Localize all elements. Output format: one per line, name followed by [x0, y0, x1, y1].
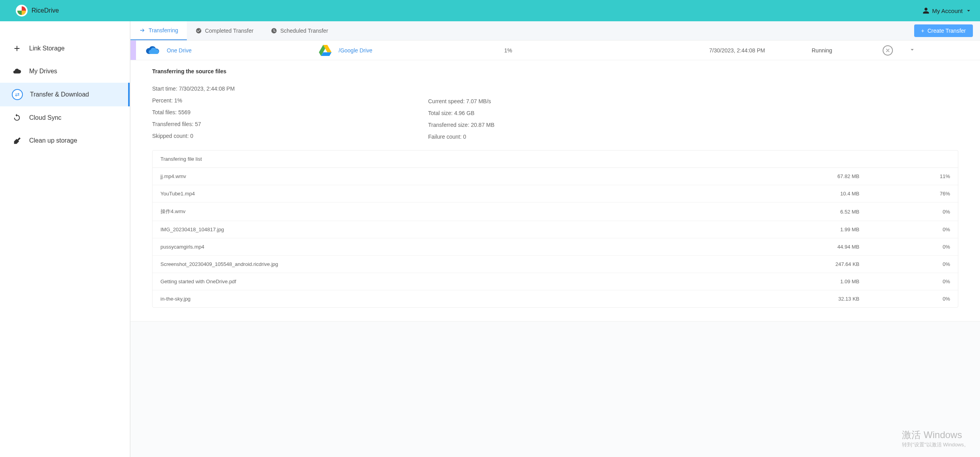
file-percent: 0%: [907, 209, 950, 215]
tab-label: Scheduled Transfer: [280, 28, 328, 34]
chevron-down-icon: [965, 7, 972, 14]
stat-failures: Failure count: 0: [428, 134, 704, 140]
sidebar-item-label: Link Storage: [29, 45, 65, 52]
file-size: 32.13 KB: [812, 296, 907, 302]
sidebar-item-label: Transfer & Download: [30, 91, 89, 98]
file-size: 67.82 MB: [812, 173, 907, 179]
stat-speed: Current speed: 7.07 MB/s: [428, 98, 704, 104]
app-logo[interactable]: RiceDrive: [16, 5, 59, 17]
file-size: 1.09 MB: [812, 279, 907, 284]
file-row[interactable]: Screenshot_20230409_105548_android.ricdr…: [153, 256, 958, 273]
plus-icon: [12, 43, 22, 54]
sidebar-item-label: My Drives: [29, 68, 57, 75]
accent-bar: [130, 41, 136, 60]
onedrive-icon: [145, 45, 160, 56]
googledrive-icon: [319, 45, 332, 56]
details-title: Transferring the source files: [152, 68, 958, 74]
file-row[interactable]: Getting started with OneDrive.pdf1.09 MB…: [153, 273, 958, 290]
source-drive[interactable]: One Drive: [145, 45, 319, 56]
tab-label: Transferring: [149, 27, 178, 33]
tab-label: Completed Transfer: [205, 28, 253, 34]
create-transfer-button[interactable]: + Create Transfer: [914, 24, 973, 37]
tab-transferring[interactable]: Transferring: [130, 21, 187, 40]
file-name: in-the-sky.jpg: [160, 296, 812, 302]
tab-scheduled[interactable]: Scheduled Transfer: [262, 21, 337, 40]
tab-completed[interactable]: Completed Transfer: [187, 21, 262, 40]
stop-icon: [885, 48, 890, 53]
check-circle-icon: [196, 28, 202, 34]
plus-icon: +: [921, 28, 924, 34]
file-list: Transfering file list jj.mp4.wmv67.82 MB…: [152, 150, 958, 308]
file-percent: 0%: [907, 244, 950, 250]
account-label: My Account: [932, 7, 963, 14]
file-percent: 0%: [907, 227, 950, 232]
file-name: pussycamgirls.mp4: [160, 244, 812, 250]
create-transfer-label: Create Transfer: [928, 28, 966, 34]
file-size: 6.52 MB: [812, 209, 907, 215]
file-row[interactable]: IMG_20230418_104817.jpg1.99 MB0%: [153, 221, 958, 238]
chevron-down-icon: [909, 46, 916, 53]
expand-toggle[interactable]: [909, 46, 916, 54]
file-list-header: Transfering file list: [153, 150, 958, 168]
broom-icon: [12, 136, 22, 146]
tabs-row: Transferring Completed Transfer Schedule…: [130, 21, 980, 41]
stat-start-time: Start time: 7/30/2023, 2:44:08 PM: [152, 85, 428, 92]
stats-left: Start time: 7/30/2023, 2:44:08 PM Percen…: [152, 85, 428, 140]
file-name: IMG_20230418_104817.jpg: [160, 227, 812, 232]
arrow-right-icon: [139, 27, 145, 33]
file-size: 247.64 KB: [812, 261, 907, 267]
main-panel: Transferring Completed Transfer Schedule…: [130, 21, 980, 457]
sidebar-item-clean-up[interactable]: Clean up storage: [0, 129, 130, 152]
source-drive-name: One Drive: [167, 47, 192, 54]
logo-icon: [16, 5, 28, 17]
transfer-time: 7/30/2023, 2:44:08 PM: [709, 47, 812, 54]
transfer-row[interactable]: One Drive /Google Drive 1% 7/30/2023, 2:…: [130, 41, 980, 60]
stop-button[interactable]: [883, 45, 893, 56]
file-percent: 11%: [907, 173, 950, 179]
file-name: jj.mp4.wmv: [160, 173, 812, 179]
file-size: 44.94 MB: [812, 244, 907, 250]
app-name: RiceDrive: [32, 7, 59, 14]
transfer-status: Running: [812, 47, 867, 54]
sync-icon: [12, 113, 22, 123]
destination-drive[interactable]: /Google Drive: [319, 45, 504, 56]
sidebar-item-transfer-download[interactable]: ⇄ Transfer & Download: [0, 83, 130, 106]
file-row[interactable]: jj.mp4.wmv67.82 MB11%: [153, 168, 958, 185]
stat-total-files: Total files: 5569: [152, 109, 428, 115]
file-percent: 0%: [907, 279, 950, 284]
file-name: 操作4.wmv: [160, 208, 812, 215]
stats-right: Current speed: 7.07 MB/s Total size: 4.9…: [428, 85, 704, 140]
file-size: 1.99 MB: [812, 227, 907, 232]
file-row[interactable]: in-the-sky.jpg32.13 KB0%: [153, 290, 958, 307]
stat-transferred-files: Transferred files: 57: [152, 121, 428, 127]
file-size: 10.4 MB: [812, 191, 907, 197]
stat-percent: Percent: 1%: [152, 97, 428, 104]
file-row[interactable]: pussycamgirls.mp444.94 MB0%: [153, 238, 958, 256]
transfer-icon: ⇄: [12, 89, 23, 100]
file-percent: 0%: [907, 296, 950, 302]
sidebar-item-label: Clean up storage: [29, 137, 77, 144]
stat-transferred-size: Transferred size: 20.87 MB: [428, 122, 704, 128]
stat-total-size: Total size: 4.96 GB: [428, 110, 704, 116]
file-percent: 76%: [907, 191, 950, 197]
file-row[interactable]: 操作4.wmv6.52 MB0%: [153, 202, 958, 221]
sidebar-item-cloud-sync[interactable]: Cloud Sync: [0, 106, 130, 129]
sidebar-item-label: Cloud Sync: [29, 114, 61, 121]
cloud-icon: [12, 66, 22, 76]
file-row[interactable]: YouTube1.mp410.4 MB76%: [153, 185, 958, 202]
destination-drive-name: /Google Drive: [339, 47, 373, 54]
transfer-percent: 1%: [504, 47, 709, 54]
file-name: YouTube1.mp4: [160, 191, 812, 197]
clock-icon: [271, 28, 277, 34]
my-account-menu[interactable]: My Account: [922, 7, 972, 14]
top-bar: RiceDrive My Account: [0, 0, 980, 21]
sidebar: Link Storage My Drives ⇄ Transfer & Down…: [0, 21, 130, 457]
sidebar-item-link-storage[interactable]: Link Storage: [0, 37, 130, 60]
user-icon: [922, 7, 930, 14]
file-name: Getting started with OneDrive.pdf: [160, 279, 812, 284]
file-name: Screenshot_20230409_105548_android.ricdr…: [160, 261, 812, 267]
stat-skipped: Skipped count: 0: [152, 133, 428, 139]
file-percent: 0%: [907, 261, 950, 267]
transfer-details: Transferring the source files Start time…: [130, 60, 980, 321]
sidebar-item-my-drives[interactable]: My Drives: [0, 60, 130, 83]
